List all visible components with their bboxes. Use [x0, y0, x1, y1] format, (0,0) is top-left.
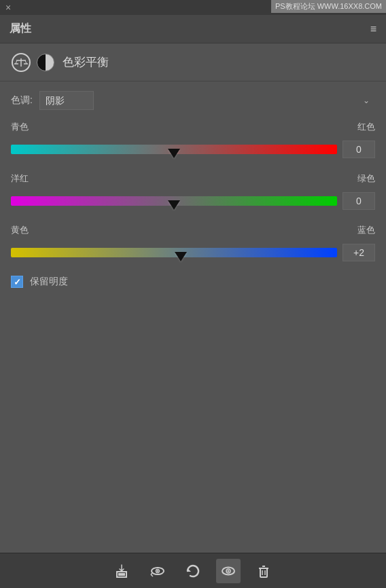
clip-to-layer-button[interactable]	[110, 559, 135, 583]
svg-marker-9	[120, 565, 124, 571]
preserve-luminosity-row: ✓ 保留明度	[11, 276, 375, 288]
tone-label: 色调:	[11, 94, 33, 107]
tone-row: 色调: 阴影中间调高光 ⌄	[11, 91, 375, 110]
slider-cyan-red: 青色 红色	[11, 121, 375, 163]
tone-select[interactable]: 阴影中间调高光	[39, 91, 94, 110]
slider-thumb-1[interactable]	[168, 149, 180, 158]
chevron-down-icon: ⌄	[363, 96, 370, 105]
svg-marker-15	[188, 568, 191, 572]
slider-thumb-2[interactable]	[168, 200, 180, 210]
slider-green-label: 绿色	[357, 172, 375, 185]
section-title: 色彩平衡	[63, 54, 109, 70]
svg-rect-19	[260, 568, 267, 577]
preserve-luminosity-checkbox[interactable]: ✓	[11, 276, 23, 288]
scales-icon	[11, 52, 31, 73]
slider-cyan-red-value[interactable]	[343, 141, 375, 158]
view-button[interactable]	[216, 559, 241, 583]
preserve-luminosity-label: 保留明度	[30, 276, 68, 288]
eye-icon	[150, 563, 166, 579]
slider-cyan-red-track[interactable]	[11, 136, 337, 163]
view-icon	[220, 563, 236, 579]
slider-red-label: 红色	[357, 121, 375, 133]
slider-track-1	[11, 145, 337, 154]
slider-magenta-label: 洋红	[11, 172, 29, 185]
svg-point-18	[228, 570, 230, 572]
slider-blue-label: 蓝色	[357, 224, 375, 236]
slider-yellow-blue: 黄色 蓝色	[11, 224, 375, 266]
reset-icon	[185, 563, 201, 579]
main-content: 色调: 阴影中间调高光 ⌄ 青色 红色 洋红 绿色	[0, 81, 386, 297]
trash-icon	[256, 563, 272, 579]
svg-rect-8	[118, 573, 125, 576]
panel-header: 属性 ≡	[0, 15, 386, 43]
clip-icon	[114, 563, 130, 579]
slider-track-3	[11, 248, 337, 257]
slider-thumb-3[interactable]	[175, 252, 187, 261]
checkmark-icon: ✓	[14, 278, 21, 287]
menu-icon[interactable]: ≡	[370, 23, 376, 35]
svg-line-13	[151, 572, 153, 574]
slider-track-2	[11, 196, 337, 206]
visibility-button[interactable]	[145, 559, 170, 583]
half-circle-icon	[37, 54, 54, 71]
adjustment-icon-group	[11, 52, 54, 73]
slider-yellow-blue-track[interactable]	[11, 239, 337, 266]
slider-magenta-green-track[interactable]	[11, 187, 337, 215]
slider-yellow-label: 黄色	[11, 224, 29, 236]
tone-select-wrapper: 阴影中间调高光 ⌄	[39, 91, 375, 110]
slider-cyan-label: 青色	[11, 121, 29, 133]
watermark: PS教程论坛 WWW.16XX8.COM	[271, 0, 386, 13]
slider-yellow-blue-value[interactable]	[343, 244, 375, 261]
svg-point-12	[157, 570, 158, 571]
delete-button[interactable]	[251, 559, 276, 583]
section-header: 色彩平衡	[0, 43, 386, 81]
bottom-toolbar	[0, 553, 386, 588]
svg-line-14	[151, 574, 153, 576]
slider-magenta-green: 洋红 绿色	[11, 172, 375, 215]
panel-title: 属性	[10, 22, 31, 36]
slider-magenta-green-value[interactable]	[343, 192, 375, 210]
reset-button[interactable]	[181, 559, 205, 583]
close-icon[interactable]: ×	[5, 3, 11, 12]
